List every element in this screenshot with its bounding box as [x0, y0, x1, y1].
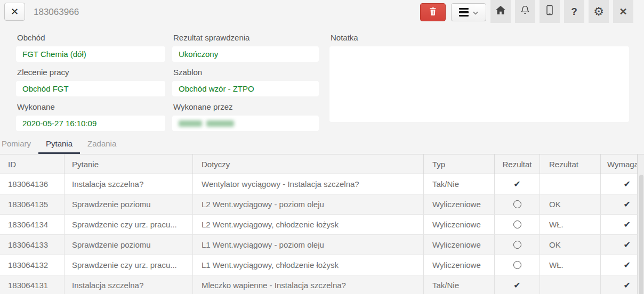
column-header-pytanie[interactable]: Pytanie — [65, 154, 193, 174]
questions-table: ID Pytanie Dotyczy Typ Rezultat Rezultat… — [0, 154, 644, 294]
cell-id: 183064131 — [0, 275, 65, 294]
rezultat-sprawdzenia-field[interactable]: Ukończony — [172, 46, 319, 62]
check-icon: ✔ — [513, 281, 520, 290]
cell-pytanie: Sprawdzenie poziomu — [65, 235, 193, 255]
column-header-wymaga[interactable]: Wymaga — [601, 154, 638, 174]
cell-dotyczy: L2 Went.wyciągowy, chłodzenie łożysk — [193, 215, 424, 234]
cell-dotyczy: Mleczko wapienne - Instalacja szczelna? — [193, 275, 424, 294]
table-row[interactable]: 183064133 Sprawdzenie poziomu L1 Went.wy… — [0, 235, 638, 255]
form-column-2: Rezultat sprawdzenia Ukończony Szablon O… — [172, 32, 319, 131]
cell-rezultat-text: OK — [540, 194, 601, 214]
table-row[interactable]: 183064131 Instalacja szczelna? Mleczko w… — [0, 275, 638, 294]
wykonane-przez-field[interactable] — [172, 116, 319, 131]
help-button[interactable]: ? — [564, 0, 584, 23]
cell-dotyczy: L2 Went.wyciągowy - poziom oleju — [193, 194, 424, 214]
table-body: 183064136 Instalacja szczelna? Wentylato… — [0, 174, 644, 294]
cell-dotyczy: Wentylator wyciągowy - Instalacja szczel… — [193, 174, 424, 194]
cell-rezultat-text — [540, 174, 601, 194]
trash-icon — [429, 7, 437, 18]
circle-icon[interactable] — [513, 200, 521, 208]
check-icon: ✔ — [624, 180, 631, 189]
app-window: ✕ 183063966 — [0, 0, 644, 294]
back-close-button[interactable]: ✕ — [4, 3, 25, 21]
circle-icon[interactable] — [513, 261, 521, 269]
menu-dropdown-button[interactable] — [451, 3, 486, 21]
cell-dotyczy: L1 Went.wyciągowy - poziom oleju — [193, 235, 424, 255]
form-column-3: Notatka — [329, 32, 629, 131]
check-icon: ✔ — [624, 261, 631, 270]
obchod-field[interactable]: FGT Chemia (dół) — [16, 46, 165, 62]
table-row[interactable]: 183064132 Sprawdzenie czy urz. pracu... … — [0, 255, 638, 275]
table-row[interactable]: 183064136 Instalacja szczelna? Wentylato… — [0, 174, 638, 194]
cell-typ: Tak/Nie — [424, 275, 495, 294]
szablon-label: Szablon — [173, 67, 319, 77]
cell-rezultat-icon[interactable]: ✔ — [495, 174, 540, 194]
table-row[interactable]: 183064135 Sprawdzenie poziomu L2 Went.wy… — [0, 194, 638, 215]
circle-icon[interactable] — [513, 241, 521, 249]
obchod-label: Obchód — [17, 32, 165, 43]
notifications-button[interactable] — [515, 0, 535, 23]
cell-wymaga: ✔ — [601, 194, 638, 214]
cell-rezultat-text — [540, 275, 601, 294]
table-row[interactable]: 183064134 Sprawdzenie czy urz. pracu... … — [0, 215, 638, 235]
column-header-typ[interactable]: Typ — [424, 154, 495, 174]
mobile-phone-icon — [546, 5, 553, 18]
zlecenie-pracy-label: Zlecenie pracy — [17, 67, 165, 77]
column-header-rezultat1[interactable]: Rezultat — [495, 154, 540, 174]
cell-wymaga: ✔ — [601, 255, 638, 275]
cell-pytanie: Sprawdzenie czy urz. pracu... — [65, 215, 193, 234]
mobile-button[interactable] — [540, 0, 560, 23]
cell-typ: Wyliczeniowe — [424, 215, 495, 234]
question-icon: ? — [571, 6, 577, 18]
zlecenie-pracy-field[interactable]: Obchód FGT — [16, 81, 165, 96]
check-icon: ✔ — [624, 281, 631, 290]
chevron-down-icon — [473, 7, 478, 17]
cell-pytanie: Instalacja szczelna? — [65, 275, 193, 294]
cell-rezultat-text: WŁ. — [540, 255, 601, 275]
cell-rezultat-icon[interactable] — [495, 215, 540, 234]
settings-button[interactable]: ⚙ — [589, 0, 609, 23]
home-icon — [495, 5, 506, 18]
cell-pytanie: Instalacja szczelna? — [65, 174, 193, 194]
column-header-dotyczy[interactable]: Dotyczy — [193, 154, 424, 174]
redacted-name-blob — [206, 120, 234, 127]
wykonane-field[interactable]: 2020-05-27 16:10:09 — [16, 116, 165, 131]
cell-wymaga: ✔ — [601, 235, 638, 255]
cell-pytanie: Sprawdzenie poziomu — [65, 194, 193, 214]
toolbar-actions: ? ⚙ ✕ — [420, 0, 633, 23]
table-header-row: ID Pytanie Dotyczy Typ Rezultat Rezultat… — [0, 154, 638, 174]
rezultat-sprawdzenia-label: Rezultat sprawdzenia — [173, 32, 319, 43]
cell-wymaga: ✔ — [601, 174, 638, 194]
cell-typ: Wyliczeniowe — [424, 194, 495, 214]
cell-rezultat-icon[interactable]: ✔ — [495, 275, 540, 294]
cell-dotyczy: L1 Went.wyciągowy, chłodzenie łożysk — [193, 255, 424, 275]
vertical-scrollbar[interactable] — [638, 154, 644, 294]
close-window-button[interactable]: ✕ — [613, 0, 633, 23]
cell-id: 183064134 — [0, 215, 65, 234]
gear-icon: ⚙ — [593, 6, 604, 18]
close-icon: ✕ — [619, 6, 627, 18]
scrollbar-thumb[interactable] — [639, 175, 643, 294]
tab-zadania[interactable]: Zadania — [80, 135, 124, 154]
szablon-field[interactable]: Obchód wzór - ZTPO — [172, 81, 319, 96]
cell-id: 183064132 — [0, 255, 65, 275]
cell-rezultat-icon[interactable] — [495, 194, 540, 214]
column-header-rezultat2[interactable]: Rezultat — [540, 154, 601, 174]
delete-button[interactable] — [420, 3, 446, 21]
hamburger-icon — [459, 8, 469, 17]
column-header-id[interactable]: ID — [0, 154, 65, 174]
home-button[interactable] — [490, 0, 511, 23]
circle-icon[interactable] — [513, 220, 521, 228]
cell-wymaga: ✔ — [601, 215, 638, 234]
check-icon: ✔ — [624, 220, 631, 229]
tab-pytania[interactable]: Pytania — [38, 135, 80, 154]
section-tabs: Pomiary Pytania Zadania — [0, 135, 644, 154]
cell-rezultat-icon[interactable] — [495, 235, 540, 255]
cell-rezultat-icon[interactable] — [495, 255, 540, 275]
cell-rezultat-text: OK — [540, 235, 601, 255]
notatka-textarea[interactable] — [329, 46, 629, 122]
cell-rezultat-text: WŁ. — [540, 215, 601, 234]
cell-wymaga: ✔ — [601, 275, 638, 294]
details-form: Obchód FGT Chemia (dół) Zlecenie pracy O… — [0, 24, 644, 131]
tab-pomiary[interactable]: Pomiary — [1, 135, 38, 154]
